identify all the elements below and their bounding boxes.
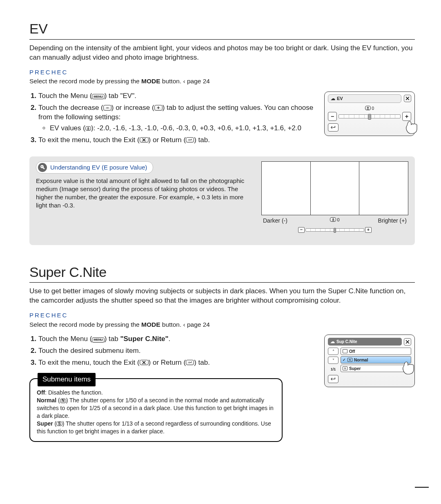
item-icon: N [347, 358, 352, 362]
scroll-down-button[interactable]: ˅ [328, 357, 339, 364]
ev-device-figure: ☁ EV ± 0 − + [324, 91, 415, 136]
mini-plus: + [365, 227, 372, 233]
darker-label: Darker (-) [261, 217, 311, 225]
device-title: ☁ EV [328, 94, 401, 103]
mid-label: ± 0 [311, 217, 359, 225]
scn-steps: Touch the Menu (MENU) tab "Super C.Nite"… [29, 335, 316, 368]
mini-minus: − [298, 227, 305, 233]
brighter-label: Brighter (+) [359, 217, 408, 225]
camera-icon: ☁ [330, 339, 335, 345]
shutter-normal-icon: N [60, 399, 66, 403]
menu-item-normal[interactable]: ✓ N Normal [341, 356, 411, 364]
menu-list: Off ✓ N Normal S Super [341, 348, 411, 373]
ev-square-icon: ± [85, 126, 91, 131]
device-title: ☁ Sup C.Nite [328, 338, 402, 346]
page-indicator: 1/1 [328, 366, 339, 373]
ev-indicator: ± 0 [328, 106, 411, 112]
submenu-normal: Normal (N) The shutter opens for 1/50 of… [37, 397, 275, 420]
precheck-label: PRECHEC [29, 68, 415, 76]
minus-icon: − [103, 105, 111, 111]
submenu-super: Super (S) The shutter opens for 1/13 of … [37, 420, 275, 435]
item-icon: S [343, 366, 347, 370]
rule [29, 282, 415, 283]
close-icon [140, 137, 149, 143]
magnifier-icon: 🔍︎ [38, 163, 47, 172]
slider-thumb[interactable] [368, 114, 371, 120]
ev-square-icon: ± [330, 217, 336, 222]
ev-steps: Touch the Menu (MENU) tab "EV". Touch th… [29, 91, 316, 145]
scn-intro: Use to get better images of slowly movin… [29, 287, 415, 306]
ev-info-panel: 🔍︎ Understanding EV (E posure Value) Exp… [29, 156, 415, 245]
scn-device-figure: ☁ Sup C.Nite ˄ ˅ 1/1 Off [324, 335, 415, 387]
info-pill: 🔍︎ Understanding EV (E posure Value) [36, 161, 153, 174]
precheck-note: Select the record mode by pressing the M… [29, 321, 415, 329]
scroll-up-button[interactable]: ˄ [328, 348, 339, 355]
menu-icon: MENU [92, 94, 104, 99]
check-icon: ✓ [343, 357, 346, 362]
submenu-tab: Submenu items [38, 373, 96, 386]
submenu-box: Submenu items Off: Disables the function… [29, 378, 283, 442]
close-icon [140, 360, 149, 365]
exposure-thumbnails [261, 161, 408, 215]
decrease-button[interactable]: − [328, 112, 337, 121]
camera-icon: ☁ [331, 96, 335, 102]
ev-intro: Depending on the intensity of the ambien… [29, 44, 415, 62]
device-return-button[interactable] [328, 123, 339, 132]
submenu-off: Off: Disables the function. [37, 389, 275, 397]
device-close-button[interactable] [404, 338, 411, 346]
shutter-super-icon: S [56, 421, 62, 426]
return-icon [186, 137, 194, 143]
ev-heading: EV [29, 20, 415, 38]
return-icon [186, 360, 194, 365]
increase-button[interactable]: + [402, 112, 411, 121]
menu-icon: MENU [92, 337, 104, 343]
ev-slider[interactable] [339, 114, 401, 118]
plus-icon: + [154, 105, 163, 111]
info-body: Exposure value is the total amount of li… [36, 177, 253, 210]
menu-item-off[interactable]: Off [341, 348, 411, 355]
ev-square-icon: ± [365, 106, 371, 110]
device-close-button[interactable] [404, 95, 411, 102]
precheck-label: PRECHEC [29, 311, 415, 319]
device-return-button[interactable] [328, 375, 339, 383]
mini-ev-slider: − + [298, 227, 372, 233]
menu-item-super[interactable]: S Super [341, 365, 411, 372]
scn-heading: Super C.Nite [29, 263, 415, 282]
precheck-note: Select the record mode by pressing the M… [29, 77, 415, 86]
rule [29, 39, 415, 40]
item-icon [343, 349, 347, 353]
